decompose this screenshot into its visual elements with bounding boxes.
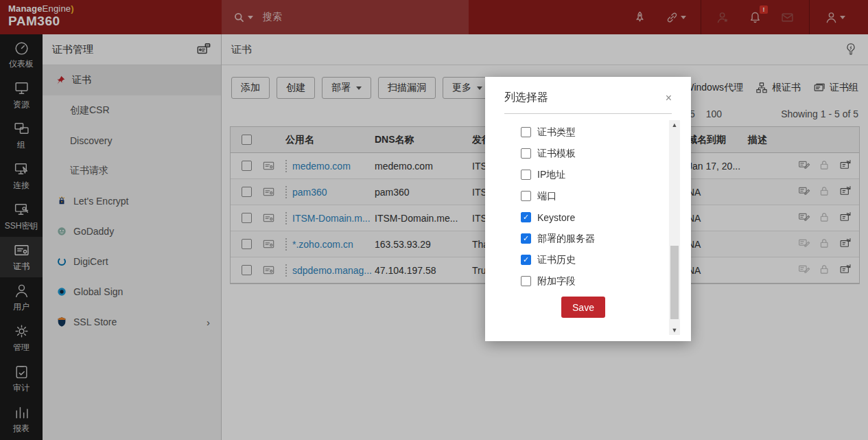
column-option[interactable]: 部署的服务器 xyxy=(521,228,691,249)
column-option-label: Keystore xyxy=(537,212,575,223)
checkbox[interactable] xyxy=(521,233,531,244)
checkbox[interactable] xyxy=(521,191,531,201)
scrollbar-thumb[interactable] xyxy=(670,246,679,319)
column-option[interactable]: 证书模板 xyxy=(521,143,691,164)
column-option-label: 证书类型 xyxy=(537,126,576,139)
dialog-title: 列选择器 xyxy=(504,91,548,105)
column-option[interactable]: 证书类型 xyxy=(521,121,691,143)
checkbox[interactable] xyxy=(521,212,531,222)
checkbox[interactable] xyxy=(521,148,531,159)
checkbox[interactable] xyxy=(521,255,531,265)
column-option[interactable]: 证书历史 xyxy=(521,249,691,270)
scroll-down-icon[interactable]: ▼ xyxy=(669,325,680,335)
save-button[interactable]: Save xyxy=(561,297,605,318)
checkbox[interactable] xyxy=(521,170,531,180)
column-option-label: 证书模板 xyxy=(537,148,576,160)
column-option-label: 附加字段 xyxy=(537,275,576,288)
column-option[interactable]: 附加字段 xyxy=(521,270,691,292)
column-option[interactable]: 端口 xyxy=(521,185,691,207)
dialog-scrollbar[interactable]: ▲ ▼ xyxy=(669,120,680,335)
column-option-label: IP地址 xyxy=(537,169,565,181)
modal-overlay[interactable] xyxy=(0,0,868,440)
checkbox[interactable] xyxy=(521,127,531,137)
column-option-label: 端口 xyxy=(537,190,556,202)
column-option-label: 证书历史 xyxy=(537,254,576,266)
column-option[interactable]: Keystore xyxy=(521,207,691,228)
close-icon[interactable]: × xyxy=(666,92,672,104)
checkbox[interactable] xyxy=(521,276,531,286)
column-selector-dialog: 列选择器 × 证书类型 证书模板 IP地址 端口 Keystore 部署的服务器 xyxy=(485,77,691,341)
column-option[interactable]: IP地址 xyxy=(521,164,691,185)
column-option-label: 部署的服务器 xyxy=(537,233,595,245)
scroll-up-icon[interactable]: ▲ xyxy=(669,120,680,130)
